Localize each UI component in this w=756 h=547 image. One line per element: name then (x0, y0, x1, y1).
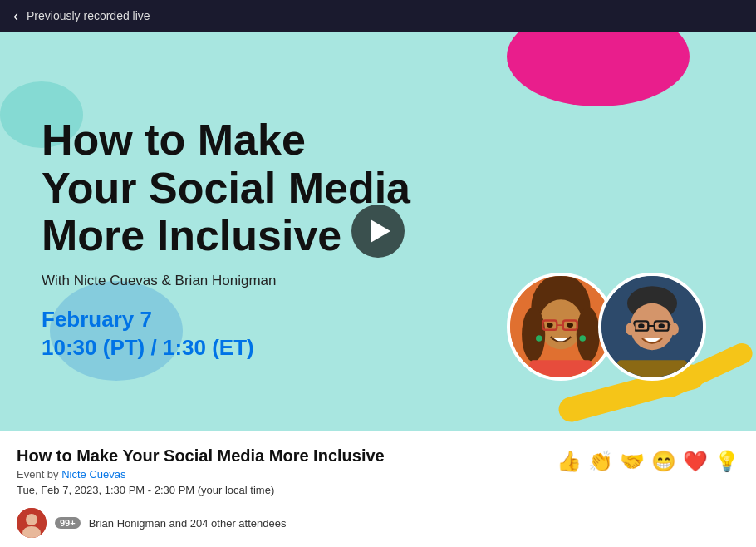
reaction-laugh[interactable]: 😁 (651, 450, 676, 473)
svg-point-25 (670, 323, 679, 335)
event-title: How to Make Your Social Media More Inclu… (17, 446, 385, 466)
play-button[interactable] (351, 205, 405, 258)
svg-point-27 (26, 514, 37, 525)
event-time: Tue, Feb 7, 2023, 1:30 PM - 2:30 PM (you… (17, 484, 385, 496)
hosts-photos (507, 273, 706, 381)
reaction-thumbsup[interactable]: 👍 (557, 450, 582, 473)
svg-point-12 (580, 335, 587, 342)
svg-point-3 (522, 308, 545, 362)
svg-rect-16 (617, 360, 687, 377)
reaction-handshake[interactable]: 🤝 (620, 450, 645, 473)
top-bar: ‹ Previously recorded live (0, 0, 756, 32)
svg-point-9 (547, 323, 553, 328)
svg-point-22 (638, 323, 645, 328)
svg-point-10 (567, 323, 574, 328)
back-button[interactable]: ‹ (13, 7, 18, 25)
info-left: How to Make Your Social Media More Inclu… (17, 446, 385, 496)
reaction-heart[interactable]: ❤️ (683, 450, 708, 473)
info-top: How to Make Your Social Media More Inclu… (17, 446, 739, 496)
top-bar-title: Previously recorded live (27, 9, 150, 22)
info-section: How to Make Your Social Media More Inclu… (0, 431, 756, 547)
organizer-link[interactable]: Nicte Cuevas (61, 468, 125, 480)
svg-point-4 (577, 308, 600, 362)
event-by: Event by Nicte Cuevas (17, 468, 385, 480)
video-thumbnail: How to Make Your Social Media More Inclu… (0, 32, 756, 431)
attendee-badge: 99+ (55, 517, 81, 529)
svg-rect-5 (529, 360, 592, 377)
host-photo-brian (598, 273, 706, 381)
reaction-clap[interactable]: 👏 (588, 450, 613, 473)
event-title-main: How to Make Your Social Media More Inclu… (42, 116, 474, 259)
attendees-text: Brian Honigman and 204 other attendees (89, 517, 287, 530)
reactions-bar: 👍 👏 🤝 😁 ❤️ 💡 (557, 446, 739, 473)
svg-point-24 (626, 323, 635, 335)
reaction-bulb[interactable]: 💡 (714, 450, 739, 473)
svg-point-23 (659, 323, 665, 328)
svg-point-11 (536, 335, 542, 342)
avatar (17, 508, 47, 538)
attendees-row: 99+ Brian Honigman and 204 other attende… (17, 508, 739, 538)
play-icon (371, 219, 390, 243)
